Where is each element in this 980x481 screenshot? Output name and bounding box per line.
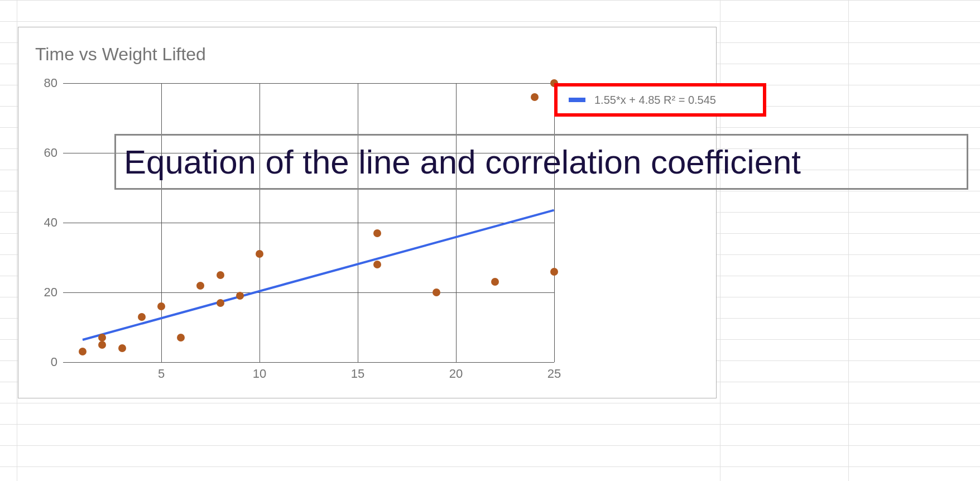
- data-point: [217, 271, 224, 279]
- data-point: [196, 282, 204, 290]
- y-axis-tick-label: 20: [44, 285, 57, 300]
- data-point: [138, 313, 146, 321]
- chart-gridline-vertical: [456, 83, 457, 362]
- chart-gridline-horizontal: [63, 223, 554, 223]
- data-point: [433, 288, 440, 296]
- data-point: [217, 299, 224, 307]
- chart-gridline-vertical: [161, 83, 162, 362]
- data-point: [157, 302, 165, 310]
- chart-gridline-vertical: [554, 83, 555, 362]
- chart-gridline-horizontal: [63, 292, 554, 293]
- x-axis-tick-label: 10: [253, 367, 266, 381]
- data-point: [531, 93, 539, 101]
- chart-gridline-vertical: [358, 83, 358, 362]
- x-axis-tick-label: 15: [351, 367, 364, 381]
- data-point: [79, 348, 87, 355]
- trendline: [83, 209, 555, 341]
- y-axis-tick-label: 0: [51, 355, 57, 369]
- data-point: [373, 261, 381, 268]
- chart-gridline-horizontal: [63, 83, 554, 84]
- trendline-legend-highlight: 1.55*x + 4.85 R² = 0.545: [554, 83, 766, 117]
- chart-title: Time vs Weight Lifted: [35, 44, 206, 65]
- y-axis-tick-label: 40: [44, 215, 57, 230]
- data-point: [177, 334, 185, 341]
- data-point: [256, 250, 263, 258]
- plot-area: 020406080510152025: [63, 83, 554, 362]
- data-point: [118, 344, 126, 352]
- legend-swatch: [569, 98, 585, 102]
- data-point: [98, 341, 106, 349]
- y-axis-tick-label: 60: [44, 146, 57, 160]
- annotation-callout: Equation of the line and correlation coe…: [114, 134, 968, 190]
- data-point: [491, 278, 499, 286]
- data-point: [373, 229, 381, 237]
- annotation-text: Equation of the line and correlation coe…: [124, 143, 801, 181]
- chart-gridline-vertical: [260, 83, 260, 362]
- x-axis-tick-label: 25: [547, 367, 561, 381]
- chart-gridline-horizontal: [63, 362, 554, 363]
- legend-label: 1.55*x + 4.85 R² = 0.545: [594, 94, 716, 107]
- data-point: [236, 292, 244, 300]
- chart-container[interactable]: Time vs Weight Lifted 020406080510152025…: [18, 27, 717, 398]
- x-axis-tick-label: 20: [449, 367, 463, 381]
- data-point: [550, 268, 558, 276]
- x-axis-tick-label: 5: [158, 367, 165, 381]
- y-axis-tick-label: 80: [44, 76, 57, 90]
